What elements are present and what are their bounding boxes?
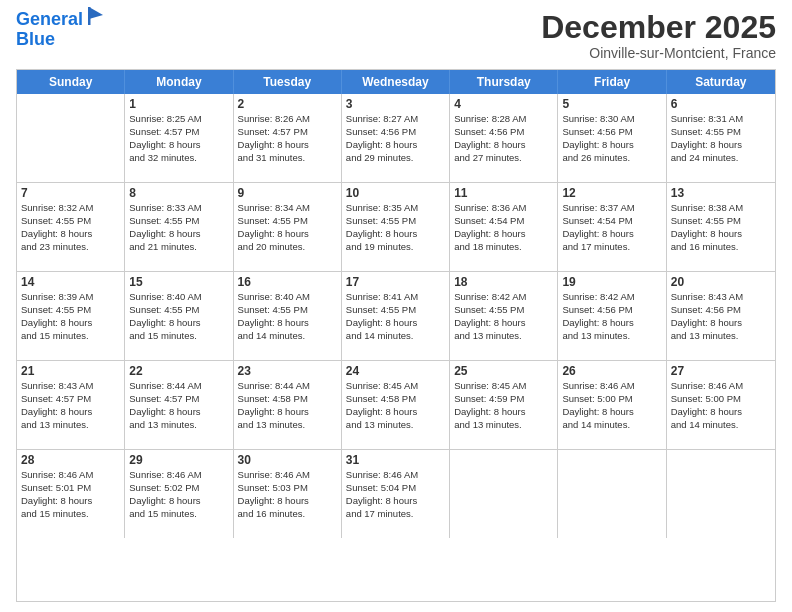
day-number: 8	[129, 186, 228, 200]
day-number: 27	[671, 364, 771, 378]
calendar-cell: 12Sunrise: 8:37 AMSunset: 4:54 PMDayligh…	[558, 183, 666, 271]
weekday-header: Monday	[125, 70, 233, 94]
header: General Blue December 2025 Oinville-sur-…	[16, 10, 776, 61]
calendar-cell: 23Sunrise: 8:44 AMSunset: 4:58 PMDayligh…	[234, 361, 342, 449]
calendar-row: 14Sunrise: 8:39 AMSunset: 4:55 PMDayligh…	[17, 272, 775, 361]
day-number: 2	[238, 97, 337, 111]
day-info: Sunrise: 8:27 AMSunset: 4:56 PMDaylight:…	[346, 113, 445, 164]
day-info: Sunrise: 8:44 AMSunset: 4:57 PMDaylight:…	[129, 380, 228, 431]
day-number: 31	[346, 453, 445, 467]
weekday-header: Saturday	[667, 70, 775, 94]
day-number: 28	[21, 453, 120, 467]
calendar-cell: 24Sunrise: 8:45 AMSunset: 4:58 PMDayligh…	[342, 361, 450, 449]
day-info: Sunrise: 8:39 AMSunset: 4:55 PMDaylight:…	[21, 291, 120, 342]
calendar-header: SundayMondayTuesdayWednesdayThursdayFrid…	[17, 70, 775, 94]
month-title: December 2025	[541, 10, 776, 45]
weekday-header: Thursday	[450, 70, 558, 94]
day-info: Sunrise: 8:37 AMSunset: 4:54 PMDaylight:…	[562, 202, 661, 253]
day-info: Sunrise: 8:43 AMSunset: 4:57 PMDaylight:…	[21, 380, 120, 431]
calendar-cell: 4Sunrise: 8:28 AMSunset: 4:56 PMDaylight…	[450, 94, 558, 182]
calendar-cell: 2Sunrise: 8:26 AMSunset: 4:57 PMDaylight…	[234, 94, 342, 182]
logo-icon	[85, 5, 107, 27]
calendar-row: 28Sunrise: 8:46 AMSunset: 5:01 PMDayligh…	[17, 450, 775, 538]
day-number: 29	[129, 453, 228, 467]
calendar-cell: 1Sunrise: 8:25 AMSunset: 4:57 PMDaylight…	[125, 94, 233, 182]
day-info: Sunrise: 8:46 AMSunset: 5:00 PMDaylight:…	[671, 380, 771, 431]
day-info: Sunrise: 8:46 AMSunset: 5:00 PMDaylight:…	[562, 380, 661, 431]
day-info: Sunrise: 8:33 AMSunset: 4:55 PMDaylight:…	[129, 202, 228, 253]
day-number: 17	[346, 275, 445, 289]
calendar-cell	[450, 450, 558, 538]
day-number: 24	[346, 364, 445, 378]
calendar-cell: 8Sunrise: 8:33 AMSunset: 4:55 PMDaylight…	[125, 183, 233, 271]
day-info: Sunrise: 8:38 AMSunset: 4:55 PMDaylight:…	[671, 202, 771, 253]
day-info: Sunrise: 8:41 AMSunset: 4:55 PMDaylight:…	[346, 291, 445, 342]
logo-line1: General	[16, 9, 83, 29]
day-info: Sunrise: 8:46 AMSunset: 5:02 PMDaylight:…	[129, 469, 228, 520]
svg-marker-0	[89, 7, 103, 19]
day-number: 7	[21, 186, 120, 200]
day-number: 19	[562, 275, 661, 289]
day-info: Sunrise: 8:43 AMSunset: 4:56 PMDaylight:…	[671, 291, 771, 342]
weekday-header: Sunday	[17, 70, 125, 94]
calendar-cell: 14Sunrise: 8:39 AMSunset: 4:55 PMDayligh…	[17, 272, 125, 360]
calendar-cell: 29Sunrise: 8:46 AMSunset: 5:02 PMDayligh…	[125, 450, 233, 538]
calendar-cell: 3Sunrise: 8:27 AMSunset: 4:56 PMDaylight…	[342, 94, 450, 182]
day-info: Sunrise: 8:34 AMSunset: 4:55 PMDaylight:…	[238, 202, 337, 253]
calendar-cell: 15Sunrise: 8:40 AMSunset: 4:55 PMDayligh…	[125, 272, 233, 360]
location: Oinville-sur-Montcient, France	[541, 45, 776, 61]
day-number: 11	[454, 186, 553, 200]
calendar-row: 1Sunrise: 8:25 AMSunset: 4:57 PMDaylight…	[17, 94, 775, 183]
logo-line2: Blue	[16, 29, 55, 49]
title-section: December 2025 Oinville-sur-Montcient, Fr…	[541, 10, 776, 61]
calendar-cell: 22Sunrise: 8:44 AMSunset: 4:57 PMDayligh…	[125, 361, 233, 449]
calendar-row: 21Sunrise: 8:43 AMSunset: 4:57 PMDayligh…	[17, 361, 775, 450]
calendar-cell: 16Sunrise: 8:40 AMSunset: 4:55 PMDayligh…	[234, 272, 342, 360]
logo-text: General	[16, 10, 83, 30]
weekday-header: Friday	[558, 70, 666, 94]
calendar-cell: 18Sunrise: 8:42 AMSunset: 4:55 PMDayligh…	[450, 272, 558, 360]
day-info: Sunrise: 8:35 AMSunset: 4:55 PMDaylight:…	[346, 202, 445, 253]
calendar-row: 7Sunrise: 8:32 AMSunset: 4:55 PMDaylight…	[17, 183, 775, 272]
calendar-cell: 27Sunrise: 8:46 AMSunset: 5:00 PMDayligh…	[667, 361, 775, 449]
day-info: Sunrise: 8:25 AMSunset: 4:57 PMDaylight:…	[129, 113, 228, 164]
day-number: 6	[671, 97, 771, 111]
calendar-cell: 11Sunrise: 8:36 AMSunset: 4:54 PMDayligh…	[450, 183, 558, 271]
day-info: Sunrise: 8:42 AMSunset: 4:56 PMDaylight:…	[562, 291, 661, 342]
day-info: Sunrise: 8:28 AMSunset: 4:56 PMDaylight:…	[454, 113, 553, 164]
day-number: 5	[562, 97, 661, 111]
calendar-cell	[17, 94, 125, 182]
calendar-cell: 20Sunrise: 8:43 AMSunset: 4:56 PMDayligh…	[667, 272, 775, 360]
day-info: Sunrise: 8:46 AMSunset: 5:04 PMDaylight:…	[346, 469, 445, 520]
calendar-cell: 7Sunrise: 8:32 AMSunset: 4:55 PMDaylight…	[17, 183, 125, 271]
day-number: 1	[129, 97, 228, 111]
day-info: Sunrise: 8:44 AMSunset: 4:58 PMDaylight:…	[238, 380, 337, 431]
day-number: 3	[346, 97, 445, 111]
weekday-header: Wednesday	[342, 70, 450, 94]
day-number: 25	[454, 364, 553, 378]
calendar-cell: 30Sunrise: 8:46 AMSunset: 5:03 PMDayligh…	[234, 450, 342, 538]
day-number: 15	[129, 275, 228, 289]
day-number: 12	[562, 186, 661, 200]
calendar-cell: 13Sunrise: 8:38 AMSunset: 4:55 PMDayligh…	[667, 183, 775, 271]
calendar: SundayMondayTuesdayWednesdayThursdayFrid…	[16, 69, 776, 602]
calendar-cell	[667, 450, 775, 538]
calendar-cell: 17Sunrise: 8:41 AMSunset: 4:55 PMDayligh…	[342, 272, 450, 360]
calendar-body: 1Sunrise: 8:25 AMSunset: 4:57 PMDaylight…	[17, 94, 775, 538]
calendar-cell: 6Sunrise: 8:31 AMSunset: 4:55 PMDaylight…	[667, 94, 775, 182]
day-info: Sunrise: 8:31 AMSunset: 4:55 PMDaylight:…	[671, 113, 771, 164]
calendar-cell: 26Sunrise: 8:46 AMSunset: 5:00 PMDayligh…	[558, 361, 666, 449]
page: General Blue December 2025 Oinville-sur-…	[0, 0, 792, 612]
day-number: 4	[454, 97, 553, 111]
day-number: 30	[238, 453, 337, 467]
calendar-cell: 5Sunrise: 8:30 AMSunset: 4:56 PMDaylight…	[558, 94, 666, 182]
day-info: Sunrise: 8:45 AMSunset: 4:58 PMDaylight:…	[346, 380, 445, 431]
calendar-cell: 19Sunrise: 8:42 AMSunset: 4:56 PMDayligh…	[558, 272, 666, 360]
day-info: Sunrise: 8:40 AMSunset: 4:55 PMDaylight:…	[238, 291, 337, 342]
calendar-cell: 9Sunrise: 8:34 AMSunset: 4:55 PMDaylight…	[234, 183, 342, 271]
day-number: 9	[238, 186, 337, 200]
calendar-cell: 31Sunrise: 8:46 AMSunset: 5:04 PMDayligh…	[342, 450, 450, 538]
day-number: 13	[671, 186, 771, 200]
day-info: Sunrise: 8:26 AMSunset: 4:57 PMDaylight:…	[238, 113, 337, 164]
day-number: 23	[238, 364, 337, 378]
